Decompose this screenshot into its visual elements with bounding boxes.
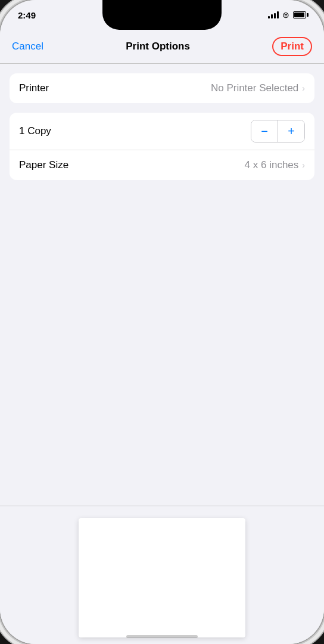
phone-frame: 2:49 ⊜ Cancel Print Options: [0, 0, 324, 644]
preview-section: Page 1 of 1: [0, 506, 324, 644]
increment-button[interactable]: +: [278, 120, 304, 142]
copy-label: 1 Copy: [19, 125, 51, 137]
wifi-icon: ⊜: [282, 10, 289, 20]
paper-size-row[interactable]: Paper Size 4 x 6 inches ›: [10, 150, 314, 180]
print-button[interactable]: Print: [272, 37, 312, 56]
paper-size-value-container: 4 x 6 inches ›: [245, 159, 305, 171]
page-title: Print Options: [126, 41, 190, 52]
preview-page: [79, 518, 245, 637]
decrement-button[interactable]: −: [251, 120, 278, 142]
copy-paper-group: 1 Copy − + Paper Size 4 x 6 inches ›: [10, 113, 314, 180]
printer-value-container: No Printer Selected ›: [211, 82, 305, 94]
copy-stepper: − +: [251, 120, 305, 143]
navigation-bar: Cancel Print Options Print: [0, 30, 324, 64]
cancel-button[interactable]: Cancel: [12, 41, 43, 52]
printer-chevron-icon: ›: [302, 83, 305, 93]
signal-icon: [268, 11, 279, 18]
notch: [102, 0, 222, 30]
copy-row: 1 Copy − +: [10, 113, 314, 150]
home-indicator: [126, 635, 198, 638]
paper-size-chevron-icon: ›: [302, 160, 305, 170]
status-time: 2:49: [18, 10, 36, 20]
paper-size-value: 4 x 6 inches: [245, 159, 299, 171]
paper-size-label: Paper Size: [19, 159, 68, 171]
phone-screen: 2:49 ⊜ Cancel Print Options: [0, 0, 324, 644]
printer-row[interactable]: Printer No Printer Selected ›: [10, 73, 314, 103]
spacer: [0, 180, 324, 496]
printer-label: Printer: [19, 82, 49, 94]
battery-icon: [293, 11, 306, 18]
status-icons: ⊜: [268, 10, 306, 20]
printer-value: No Printer Selected: [211, 82, 298, 94]
printer-group: Printer No Printer Selected ›: [10, 73, 314, 103]
